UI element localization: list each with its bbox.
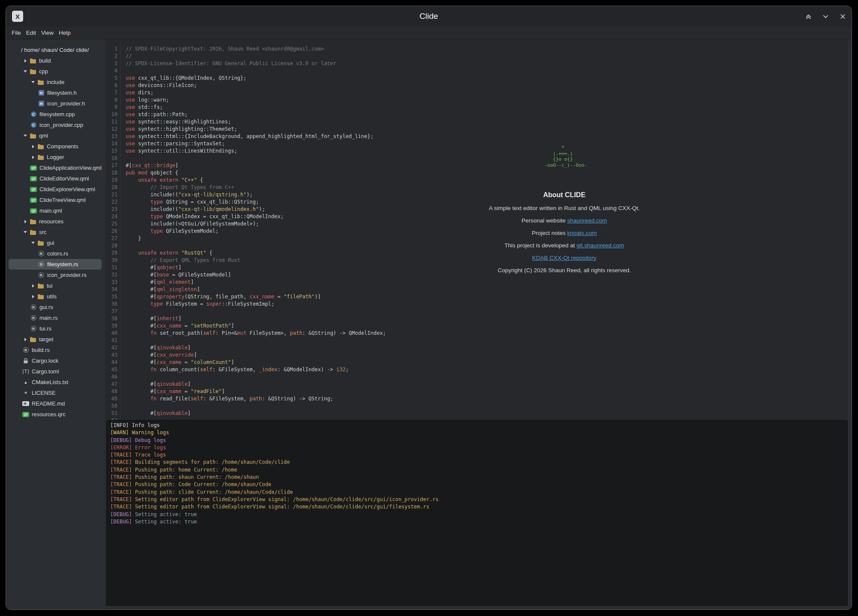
line-number: 52 <box>106 417 117 420</box>
tree-item-build-rs[interactable]: Rbuild.rs <box>9 345 102 355</box>
tree-item-main-qml[interactable]: Qtmain.qml <box>9 205 102 216</box>
link-shaunreed-com[interactable]: shaunreed.com <box>567 217 607 224</box>
tree-item-src[interactable]: src <box>9 227 102 237</box>
line-number: 51 <box>106 410 117 417</box>
tree-item-filesystem-rs[interactable]: Rfilesystem.rs <box>9 259 102 270</box>
tree-item-cargo-toml[interactable]: [T]Cargo.toml <box>9 366 102 377</box>
line-number: 27 <box>106 235 117 242</box>
tree-item-qml[interactable]: qml <box>9 130 102 141</box>
chevron-down-icon[interactable] <box>22 229 28 235</box>
qt-file-icon: Qt <box>30 165 37 171</box>
rust-file-icon: R <box>30 304 37 311</box>
tree-item-clideexplorerview-qml[interactable]: QtClideExplorerView.qml <box>9 184 102 195</box>
gutter-divider <box>120 39 120 420</box>
chevron-down-icon[interactable] <box>22 69 28 75</box>
chevron-right-icon[interactable] <box>22 58 28 64</box>
menu-help[interactable]: Help <box>56 28 73 38</box>
tree-item-clideapplicationview-qml[interactable]: QtClideApplicationView.qml <box>9 162 102 173</box>
tree-item-utils[interactable]: utils <box>9 291 102 302</box>
minimize-button[interactable] <box>822 12 829 20</box>
log-line: [TRACE] Pushing path: shaun Current: /ho… <box>110 474 844 481</box>
menu-edit[interactable]: Edit <box>24 28 39 38</box>
link-git-shaunreed-com[interactable]: git.shaunreed.com <box>577 242 624 249</box>
chevron-right-icon[interactable] <box>30 294 36 300</box>
tree-item-filesystem-h[interactable]: Hfilesystem.h <box>9 87 102 98</box>
line-number: 49 <box>106 395 117 403</box>
tree-item-resources[interactable]: resources <box>9 216 102 227</box>
tree-item-cargo-lock[interactable]: Cargo.lock <box>9 355 102 366</box>
tree-item-cpp[interactable]: cpp <box>9 66 102 77</box>
line-number: 45 <box>106 366 117 373</box>
tree-item-label: ClideApplicationView.qml <box>39 165 102 171</box>
shade-button[interactable] <box>804 12 812 20</box>
code-line: 36 type FileSystem = super::FileSystemIm… <box>106 300 848 308</box>
file-explorer-panel[interactable]: / home/ shaun/ Code/ clide/buildcppinclu… <box>6 39 106 610</box>
line-number: 44 <box>106 359 117 366</box>
tree-item-tui-rs[interactable]: Rtui.rs <box>9 323 102 334</box>
code-line: 43 #[cxx_override] <box>106 352 848 359</box>
tree-item-label: include <box>47 79 64 85</box>
header-file-icon: H <box>38 90 45 96</box>
tree-item-icon-provider-h[interactable]: Hicon_provider.h <box>9 98 102 109</box>
tree-item-main-rs[interactable]: Rmain.rs <box>9 313 102 323</box>
code-text: // SPDX-License-Identifier: GNU General … <box>126 60 336 67</box>
tree-item-label: src <box>39 229 46 235</box>
menu-file[interactable]: File <box>9 28 24 38</box>
code-text: type QFileSystemModel; <box>126 228 219 235</box>
code-line: 6use devicons::FileIcon; <box>106 82 848 89</box>
code-line: 45 fn column_count(self: &FileSystem, _i… <box>106 366 848 373</box>
tree-item-components[interactable]: Components <box>9 141 102 152</box>
line-number: 42 <box>106 344 117 352</box>
tree-item-gui[interactable]: gui <box>9 237 102 248</box>
tree-item-clideeditorview-qml[interactable]: QtClideEditorView.qml <box>9 173 102 184</box>
tree-item-readme-md[interactable]: M↓README.md <box>9 398 102 409</box>
chevron-down-icon[interactable] <box>30 240 36 246</box>
line-number: 24 <box>106 213 117 220</box>
tree-item-resources-qrc[interactable]: Qtresources.qrc <box>9 409 102 420</box>
tree-item-icon-provider-cpp[interactable]: Cicon_provider.cpp <box>9 120 102 130</box>
chevron-down-icon[interactable] <box>30 79 36 85</box>
folder-icon <box>30 68 36 75</box>
tree-item-cmakelists-txt[interactable]: ▲CMakeLists.txt <box>9 377 102 388</box>
clide-window: X Clide FileEditViewHelp / home/ shaun/ … <box>6 6 852 610</box>
link-kdab-cxx-qt-repository[interactable]: KDAB CXX-Qt repository <box>532 255 596 261</box>
tree-item-clidetreeview-qml[interactable]: QtClideTreeView.qml <box>9 195 102 205</box>
markdown-file-icon: M↓ <box>22 400 29 407</box>
tree-item-build[interactable]: build <box>9 55 102 66</box>
code-line: 38 #[inherit] <box>106 315 848 322</box>
tree-item-include[interactable]: include <box>9 77 102 87</box>
chevron-right-icon[interactable] <box>30 144 36 150</box>
menu-view[interactable]: View <box>39 28 56 38</box>
code-text: #[qml_singleton] <box>126 286 200 293</box>
tree-root-path[interactable]: / home/ shaun/ Code/ clide/ <box>9 45 102 55</box>
tree-item-target[interactable]: target <box>9 334 102 345</box>
tree-item-colors-rs[interactable]: Rcolors.rs <box>9 248 102 259</box>
line-number: 25 <box>106 220 117 228</box>
tree-item-label: README.md <box>32 400 65 407</box>
chevron-right-icon[interactable] <box>30 154 36 160</box>
log-output-panel[interactable]: [INFO] Info logs[WARN] Warning logs[DEBU… <box>106 420 848 606</box>
tree-item-logger[interactable]: Logger <box>9 152 102 162</box>
toml-file-icon: [T] <box>22 368 29 375</box>
code-text: // Export QML Types from Rust <box>126 257 240 264</box>
chevron-down-icon[interactable] <box>22 133 28 139</box>
close-button[interactable] <box>839 12 846 20</box>
chevron-right-icon[interactable] <box>22 337 28 343</box>
chevron-right-icon[interactable] <box>22 219 28 225</box>
folder-icon <box>30 57 36 64</box>
code-text: // <box>126 53 132 60</box>
qt-file-icon: Qt <box>30 207 37 214</box>
editor-pane[interactable]: 1// SPDX-FileCopyrightText: 2026, Shaun … <box>106 39 848 420</box>
log-line: [TRACE] Pushing path: home Current: /hom… <box>110 466 844 474</box>
tree-item-filesystem-cpp[interactable]: Cfilesystem.cpp <box>9 109 102 120</box>
tree-item-gui-rs[interactable]: Rgui.rs <box>9 302 102 313</box>
tree-item-tui[interactable]: tui <box>9 280 102 291</box>
tree-item-license[interactable]: ✶LICENSE <box>9 388 102 398</box>
titlebar[interactable]: X Clide <box>6 6 852 27</box>
window-title: Clide <box>6 6 852 27</box>
code-line: 33 #[qml_element] <box>106 279 848 286</box>
chevron-right-icon[interactable] <box>30 283 36 289</box>
link-knoats-com[interactable]: knoats.com <box>567 230 597 236</box>
tree-item-label: tui.rs <box>39 325 51 332</box>
tree-item-icon-provider-rs[interactable]: Ricon_provider.rs <box>9 270 102 280</box>
